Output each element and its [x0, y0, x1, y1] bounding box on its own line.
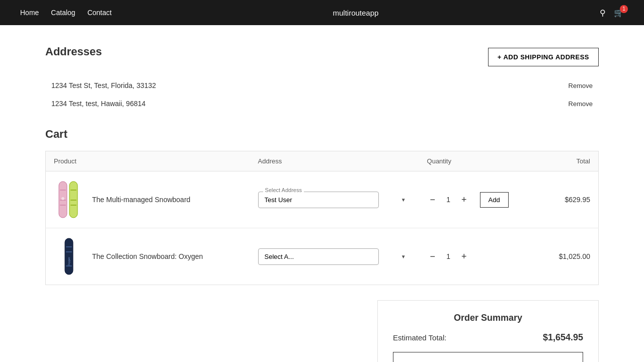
svg-point-4 — [61, 197, 64, 200]
quantity-cell-1: − 1 + Add — [419, 171, 540, 228]
col-quantity: Quantity — [419, 151, 540, 171]
nav-catalog[interactable]: Catalog — [51, 9, 75, 17]
svg-rect-10 — [66, 246, 72, 247]
qty-decrease-1[interactable]: − — [427, 194, 439, 205]
product-image-2: Oxygen — [54, 236, 84, 277]
continue-to-shipping-button[interactable]: CONTINUE TO SHIPPING — [393, 352, 583, 362]
main-content: Addresses + ADD SHIPPING ADDRESS 1234 Te… — [35, 25, 609, 362]
cart-table: Product Address Quantity Total — [45, 151, 599, 285]
qty-value-2: 1 — [444, 252, 452, 260]
address-list: 1234 Test St, Test, Florida, 33132 Remov… — [45, 76, 599, 113]
cart-row-2: Oxygen The Collection Snowboard: Oxygen … — [46, 228, 599, 285]
qty-value-1: 1 — [444, 196, 452, 204]
summary-wrap: Order Summary Estimated Total: $1,654.95… — [45, 300, 599, 362]
product-name-2: The Collection Snowboard: Oxygen — [92, 252, 203, 260]
address-select-wrapper-1: Select Address Test User 1234 Test St, T… — [258, 192, 411, 208]
address-cell-2: Select A... 1234 Test St, Test, Florida,… — [250, 228, 419, 285]
cart-section: Cart Product Address Quantity Total — [45, 128, 599, 362]
product-image-1 — [54, 179, 84, 220]
add-button-1[interactable]: Add — [480, 192, 509, 208]
search-icon[interactable]: ⚲ — [600, 8, 606, 18]
nav-links: Home Catalog Contact — [20, 9, 112, 17]
estimated-value: $1,654.95 — [543, 332, 583, 343]
address-cell-1: Select Address Test User 1234 Test St, T… — [250, 171, 419, 228]
qty-decrease-2[interactable]: − — [427, 251, 439, 262]
quantity-cell-2: − 1 + — [419, 228, 540, 285]
svg-rect-11 — [66, 251, 72, 252]
address-select-wrapper-2: Select A... 1234 Test St, Test, Florida,… — [258, 248, 411, 265]
add-address-button[interactable]: + ADD SHIPPING ADDRESS — [488, 48, 599, 66]
product-cell-1: The Multi-managed Snowboard — [54, 179, 242, 220]
select-caret-2: ▼ — [401, 254, 406, 259]
col-product: Product — [46, 151, 250, 171]
total-cell-1: $629.95 — [539, 171, 598, 228]
select-label-1: Select Address — [263, 187, 304, 193]
cart-row-1: The Multi-managed Snowboard Select Addre… — [46, 171, 599, 228]
svg-rect-1 — [60, 190, 66, 191]
estimated-label: Estimated Total: — [393, 333, 446, 342]
col-total: Total — [539, 151, 598, 171]
product-cell-2: Oxygen The Collection Snowboard: Oxygen — [54, 236, 242, 277]
snowboard-svg-1 — [56, 179, 82, 220]
cart-badge: 1 — [620, 5, 628, 13]
nav-bar: Home Catalog Contact multirouteapp ⚲ 🛒 1 — [0, 0, 644, 25]
brand-name: multirouteapp — [333, 9, 378, 17]
qty-increase-1[interactable]: + — [458, 194, 470, 205]
address-text-1: 1234 Test St, Test, Florida, 33132 — [51, 81, 156, 89]
qty-control-1: − 1 + Add — [427, 192, 532, 208]
svg-rect-3 — [60, 205, 66, 206]
svg-text:Oxygen: Oxygen — [67, 257, 70, 265]
address-text-2: 1234 Test, test, Hawaii, 96814 — [51, 100, 145, 108]
cart-title: Cart — [45, 128, 599, 141]
svg-rect-8 — [70, 205, 76, 206]
cart-icon[interactable]: 🛒 1 — [614, 8, 624, 18]
nav-actions: ⚲ 🛒 1 — [600, 8, 624, 18]
addresses-title: Addresses — [45, 45, 102, 58]
qty-control-2: − 1 + — [427, 251, 532, 262]
order-summary-title: Order Summary — [393, 313, 583, 323]
address-item-2: 1234 Test, test, Hawaii, 96814 Remove — [45, 95, 599, 113]
svg-rect-13 — [66, 265, 72, 266]
svg-rect-6 — [70, 190, 76, 191]
svg-rect-7 — [70, 200, 76, 201]
svg-rect-9 — [65, 238, 73, 275]
col-address: Address — [250, 151, 419, 171]
nav-contact[interactable]: Contact — [88, 9, 112, 17]
nav-home[interactable]: Home — [20, 9, 39, 17]
select-caret-1: ▼ — [401, 197, 406, 203]
summary-total-row: Estimated Total: $1,654.95 — [393, 332, 583, 343]
addresses-header: Addresses + ADD SHIPPING ADDRESS — [45, 45, 599, 68]
address-select-2[interactable]: Select A... 1234 Test St, Test, Florida,… — [258, 248, 379, 265]
total-cell-2: $1,025.00 — [539, 228, 598, 285]
address-item-1: 1234 Test St, Test, Florida, 33132 Remov… — [45, 76, 599, 95]
qty-increase-2[interactable]: + — [458, 251, 470, 262]
remove-address-2[interactable]: Remove — [569, 100, 593, 108]
address-select-1[interactable]: Test User 1234 Test St, Test, Florida, 3… — [258, 192, 379, 208]
snowboard-svg-2: Oxygen — [59, 236, 79, 277]
order-summary: Order Summary Estimated Total: $1,654.95… — [377, 300, 599, 362]
remove-address-1[interactable]: Remove — [569, 82, 593, 89]
product-name-1: The Multi-managed Snowboard — [92, 196, 190, 204]
